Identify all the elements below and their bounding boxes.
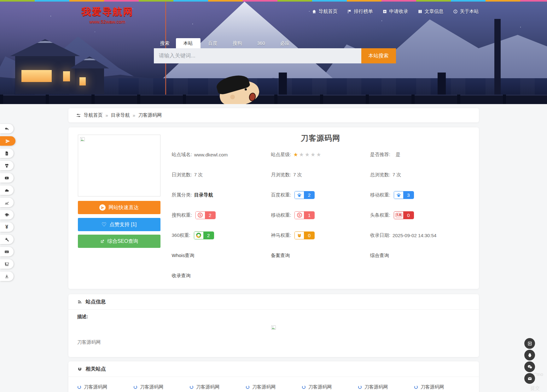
nav-ranking[interactable]: 排行榜单 <box>347 9 373 15</box>
related-site-link[interactable]: 刀客源码网 <box>302 382 358 392</box>
field-shenma-weight: 神马权重: 0 <box>271 231 370 239</box>
float-mail-button[interactable] <box>524 373 535 384</box>
related-sites-title: 相关站点 <box>86 366 106 372</box>
cubes-icon <box>4 163 9 168</box>
rail-study-button[interactable] <box>0 210 14 219</box>
plus-square-icon <box>382 9 387 14</box>
nav-about[interactable]: 关于本站 <box>453 9 479 15</box>
visit-site-button[interactable]: 网站快速直达 <box>78 201 160 214</box>
shoulu-query-link[interactable]: 收录查询 <box>172 273 191 279</box>
related-site-link[interactable]: 刀客源码网 <box>246 382 302 392</box>
sogou-mobile-weight-badge: 1 <box>294 211 315 219</box>
wrench-icon <box>4 237 9 242</box>
weight-360-badge: 2 <box>194 231 214 239</box>
shoulu-query-cell: 收录查询 <box>172 273 271 279</box>
search-engine-tab[interactable]: 360 <box>250 38 273 48</box>
heart-icon: ♡ <box>102 222 107 227</box>
rail-pricing-button[interactable]: ¥ <box>0 222 14 232</box>
rail-quick-nav-button[interactable] <box>0 136 15 146</box>
description-text: 刀客源码网 <box>77 339 470 345</box>
related-site-label: 刀客源码网 <box>140 384 164 390</box>
beian-query-link[interactable]: 备案查询 <box>271 253 290 259</box>
search-input[interactable] <box>154 48 361 63</box>
sliders-icon <box>76 113 81 118</box>
home-icon <box>312 9 317 14</box>
related-site-label: 刀客源码网 <box>84 384 108 390</box>
rail-back-button[interactable] <box>0 124 14 133</box>
nav-articles-label: 文章信息 <box>425 9 444 15</box>
whois-query-link[interactable]: Whois查询 <box>172 253 195 259</box>
category-link[interactable]: 目录导航 <box>194 192 213 198</box>
download-icon <box>4 274 9 279</box>
flag-icon <box>347 9 352 14</box>
nav-home[interactable]: 导航首页 <box>312 9 338 15</box>
rail-tools-button[interactable] <box>0 235 14 244</box>
seo-query-label: 综合SEO查询 <box>108 238 138 245</box>
field-baidu-mobile-weight: 移动权重: 3 <box>370 191 469 199</box>
favicon-icon <box>246 385 250 389</box>
site-logo-subtitle: www.52waw.com <box>70 19 145 24</box>
related-site-link[interactable]: 刀客源码网 <box>133 382 189 392</box>
zonghe-query-link[interactable]: 综合查询 <box>370 253 389 259</box>
search-button[interactable]: 本站搜索 <box>361 48 396 63</box>
field-sogou-weight: 搜狗权重: 2 <box>172 211 271 219</box>
domain-value: www.dkewl.com <box>194 152 228 157</box>
related-site-label: 刀客源码网 <box>252 384 276 390</box>
related-sites-header: 相关站点 <box>68 361 479 377</box>
baidu-paw-icon <box>295 191 304 199</box>
site-info-section: 站点信息 描述: 刀客源码网 <box>68 294 479 357</box>
rail-article-button[interactable] <box>0 149 14 158</box>
graduation-cap-icon <box>4 213 9 217</box>
lit-window-decoration <box>21 70 52 82</box>
rail-typing-button[interactable] <box>0 247 14 256</box>
rail-shop-button[interactable] <box>0 259 14 269</box>
left-tool-rail: ¥ <box>0 124 15 281</box>
float-wechat-button[interactable] <box>524 361 535 372</box>
baidu-mobile-weight-badge: 3 <box>394 191 414 199</box>
search-engine-tab[interactable]: 必应 <box>273 38 297 48</box>
rail-trend-button[interactable] <box>0 198 14 207</box>
search-engine-tab[interactable]: 百度 <box>201 38 225 48</box>
character-ear <box>230 95 235 99</box>
favicon-icon <box>133 385 137 389</box>
field-daily-views: 日浏览数: 7 次 <box>172 172 271 178</box>
related-sites-grid: 刀客源码网刀客源码网刀客源码网刀客源码网刀客源码网刀客源码网刀客源码网 <box>68 377 479 392</box>
plus-square-icon <box>527 341 532 346</box>
360-logo-icon <box>194 232 203 239</box>
character-eye <box>245 88 247 91</box>
related-site-link[interactable]: 刀客源码网 <box>414 382 470 392</box>
field-listed-date: 收录日期: 2025-09-02 14:30:54 <box>370 232 469 238</box>
breadcrumb-home-link[interactable]: 导航首页 <box>84 112 103 118</box>
breadcrumb-section-link[interactable]: 目录导航 <box>111 112 130 118</box>
like-support-button[interactable]: ♡ 点赞支持 [1] <box>78 218 160 231</box>
field-toutiao-weight: 头条权重: 头条 0 <box>370 211 469 219</box>
rail-cloud-button[interactable] <box>0 185 14 195</box>
info-circle-icon <box>453 9 458 14</box>
floating-action-buttons <box>524 338 535 384</box>
nav-home-label: 导航首页 <box>319 9 338 15</box>
favicon-icon <box>77 385 81 389</box>
paper-plane-icon <box>99 204 106 211</box>
rss-icon <box>77 299 82 304</box>
float-qq-button[interactable] <box>524 350 535 360</box>
nav-articles[interactable]: 文章信息 <box>418 9 444 15</box>
like-support-label: 点赞支持 [1] <box>109 221 137 228</box>
envelope-icon <box>527 376 532 381</box>
seo-query-button[interactable]: 综合SEO查询 <box>78 235 160 248</box>
rail-download-button[interactable] <box>0 272 14 281</box>
nav-submit-site[interactable]: 申请收录 <box>382 9 408 15</box>
site-logo[interactable]: 我爱导航网 www.52waw.com <box>70 5 145 24</box>
site-info-column: 刀客源码网 站点域名: www.dkewl.com 站点星级: ★ ★★★★ 是… <box>172 132 469 289</box>
site-screenshot[interactable] <box>78 135 160 196</box>
toutiao-weight-badge: 头条 0 <box>394 211 414 219</box>
rail-video-button[interactable] <box>0 173 14 183</box>
qq-icon <box>527 353 532 358</box>
rail-apps-button[interactable] <box>0 161 14 170</box>
search-engine-tab[interactable]: 搜狗 <box>225 38 250 48</box>
float-apply-button[interactable] <box>524 338 535 349</box>
search-engine-tab[interactable]: 本站 <box>176 38 201 48</box>
related-site-link[interactable]: 刀客源码网 <box>189 382 246 392</box>
nav-about-label: 关于本站 <box>460 9 479 15</box>
related-site-link[interactable]: 刀客源码网 <box>77 382 133 392</box>
related-site-link[interactable]: 刀客源码网 <box>358 382 414 392</box>
